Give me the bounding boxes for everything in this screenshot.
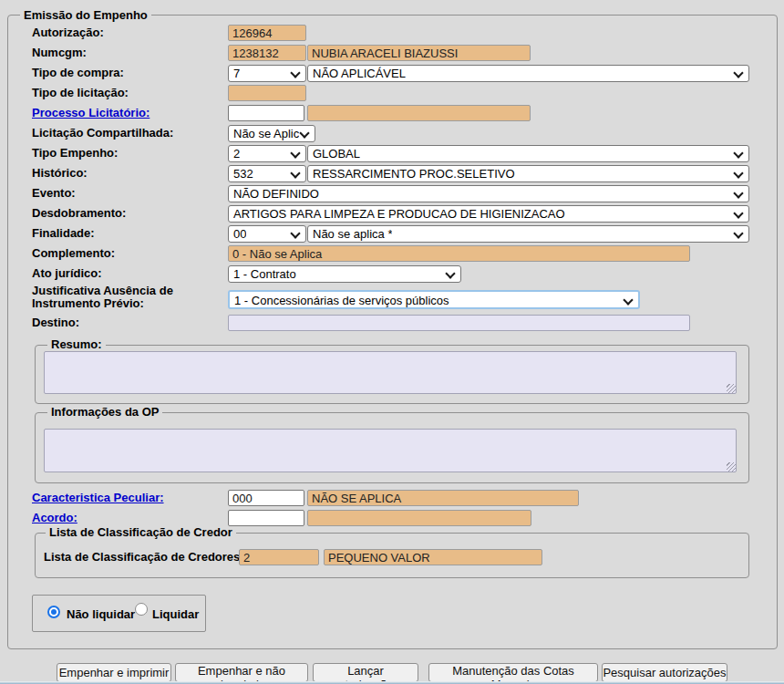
chevron-down-icon: [299, 128, 309, 138]
resize-handle-icon[interactable]: [727, 384, 736, 393]
acordo-input[interactable]: [228, 510, 304, 526]
autorizacao-field: [228, 25, 306, 41]
acordo-desc-field: [307, 510, 531, 526]
caracteristica-peculiar-link[interactable]: Caracteristica Peculiar:: [32, 490, 164, 506]
evento-select[interactable]: NÃO DEFINIDO: [228, 185, 749, 202]
chevron-down-icon: [445, 268, 455, 278]
pesquisar-autorizacoes-button[interactable]: Pesquisar autorizações: [602, 663, 727, 682]
chevron-down-icon: [290, 168, 300, 178]
ato-juridico-value: 1 - Contrato: [233, 267, 296, 282]
chevron-down-icon: [733, 208, 743, 218]
manutencao-cotas-mensais-button[interactable]: Manutenção das Cotas Mensais: [428, 663, 598, 682]
historico-label: Histórico:: [32, 165, 88, 181]
chevron-down-icon: [733, 148, 743, 158]
lista-credores-code-field: [239, 549, 319, 565]
chevron-down-icon: [733, 228, 743, 238]
justificativa-value: 1 - Concessionárias de serviços públicos: [234, 294, 449, 308]
processo-licitatorio-desc-field: [307, 105, 531, 121]
desdobramento-label: Desdobramento:: [32, 205, 126, 222]
processo-licitatorio-link[interactable]: Processo Licitatório:: [32, 105, 150, 121]
historico-desc-select[interactable]: RESSARCIMENTO PROC.SELETIVO: [307, 165, 749, 182]
historico-code-value: 532: [233, 167, 253, 181]
chevron-down-icon: [733, 67, 743, 78]
justificativa-label-line1: Justificativa Ausência de: [32, 285, 173, 297]
licitacao-compartilhada-select[interactable]: Não se Aplica: [228, 125, 315, 142]
tipo-licitacao-label: Tipo de licitação:: [32, 85, 129, 101]
nao-liquidar-label[interactable]: Não liquidar: [67, 607, 135, 622]
licitacao-compartilhada-value: Não se Aplica: [233, 127, 299, 141]
tipo-compra-label: Tipo de compra:: [32, 65, 124, 81]
tipo-licitacao-field: [228, 85, 306, 101]
numcgm-name-field: [307, 45, 531, 61]
licitacao-compartilhada-label: Licitação Compartilhada:: [32, 125, 173, 141]
acordo-link[interactable]: Acordo:: [32, 510, 77, 526]
complemento-label: Complemento:: [32, 245, 115, 262]
caracteristica-peculiar-input[interactable]: [228, 490, 304, 506]
lancar-autorizacoes-button[interactable]: Lançar autorizações: [313, 663, 418, 682]
destino-label: Destino:: [32, 315, 79, 331]
autorizacao-label: Autorização:: [32, 25, 104, 41]
lista-credor-legend: Lista de Classificação de Credor: [46, 526, 236, 539]
destino-field: [228, 315, 690, 331]
desdobramento-value: ARTIGOS PARA LIMPEZA E PRODUCAO DE HIGIE…: [233, 207, 565, 222]
desdobramento-select[interactable]: ARTIGOS PARA LIMPEZA E PRODUCAO DE HIGIE…: [228, 205, 749, 223]
liquidar-label[interactable]: Liquidar: [152, 607, 199, 622]
chevron-down-icon: [733, 168, 743, 178]
finalidade-code-value: 00: [233, 227, 246, 242]
chevron-down-icon: [623, 295, 633, 305]
ato-juridico-select[interactable]: 1 - Contrato: [228, 265, 461, 283]
lista-credores-desc-field: [324, 549, 542, 565]
complemento-field: [228, 245, 690, 262]
informacoes-op-textarea[interactable]: [44, 429, 737, 472]
resumo-legend: Resumo:: [47, 338, 106, 351]
justificativa-select[interactable]: 1 - Concessionárias de serviços públicos: [228, 290, 640, 309]
tipo-empenho-desc-select[interactable]: GLOBAL: [307, 145, 749, 162]
finalidade-code-select[interactable]: 00: [228, 225, 306, 243]
processo-licitatorio-input[interactable]: [228, 105, 304, 121]
chevron-down-icon: [290, 67, 300, 78]
finalidade-desc-select[interactable]: Não se aplica *: [307, 225, 749, 243]
tipo-empenho-code-value: 2: [233, 147, 240, 161]
tipo-empenho-desc-value: GLOBAL: [313, 147, 360, 161]
tipo-compra-code-value: 7: [233, 67, 240, 81]
resumo-textarea[interactable]: [44, 351, 737, 394]
lista-credores-label: Lista de Classificação de Credores:: [44, 549, 244, 565]
resize-handle-icon[interactable]: [727, 462, 736, 472]
chevron-down-icon: [290, 228, 300, 238]
historico-code-select[interactable]: 532: [228, 165, 306, 182]
tipo-compra-desc-value: NÃO APLICÁVEL: [313, 67, 406, 81]
empenhar-e-nao-imprimir-button[interactable]: Empenhar e não imprimir: [175, 663, 308, 682]
caracteristica-peculiar-desc-field: [307, 490, 579, 506]
evento-value: NÃO DEFINIDO: [233, 187, 319, 202]
ato-juridico-label: Ato jurídico:: [32, 265, 102, 282]
evento-label: Evento:: [32, 185, 76, 202]
liquidar-radio[interactable]: [135, 603, 148, 616]
numcgm-label: Numcgm:: [32, 45, 87, 61]
justificativa-label-line2: Instrumento Prévio:: [32, 297, 144, 310]
historico-desc-value: RESSARCIMENTO PROC.SELETIVO: [313, 167, 515, 181]
form-title: Emissão do Empenho: [20, 9, 151, 22]
tipo-empenho-label: Tipo Empenho:: [32, 145, 118, 161]
numcgm-field: [228, 45, 306, 61]
chevron-down-icon: [733, 188, 743, 198]
finalidade-desc-value: Não se aplica *: [313, 227, 392, 242]
nao-liquidar-radio[interactable]: [47, 606, 60, 618]
empenho-form-page: Emissão do Empenho Autorização: Numcgm: …: [0, 0, 784, 684]
informacoes-op-legend: Informações da OP: [47, 406, 162, 419]
tipo-compra-desc-select[interactable]: NÃO APLICÁVEL: [307, 65, 749, 82]
finalidade-label: Finalidade:: [32, 225, 95, 242]
empenhar-e-imprimir-button[interactable]: Empenhar e imprimir: [57, 663, 171, 682]
tipo-empenho-code-select[interactable]: 2: [228, 145, 306, 162]
chevron-down-icon: [290, 148, 300, 158]
tipo-compra-code-select[interactable]: 7: [228, 65, 306, 82]
